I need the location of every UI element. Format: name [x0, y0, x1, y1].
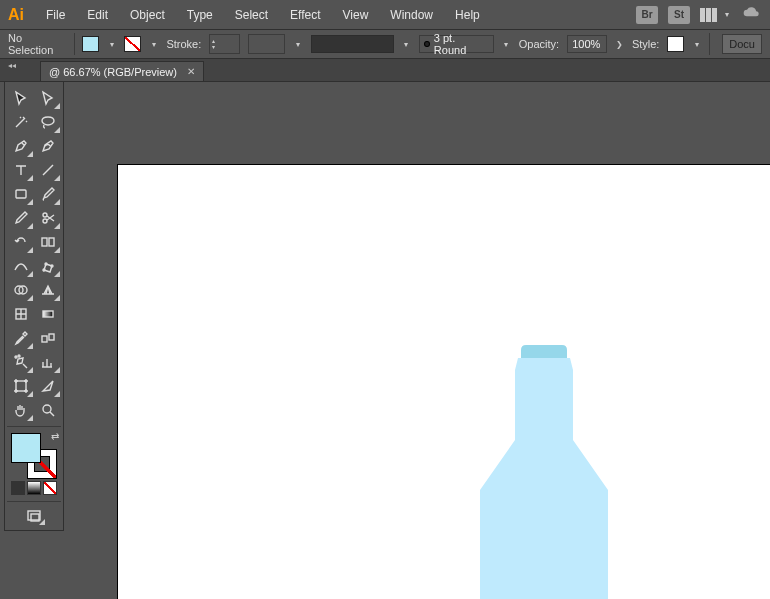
- panel-collapse-icon[interactable]: ◂◂: [8, 61, 16, 70]
- opacity-label: Opacity:: [519, 38, 559, 50]
- tools-panel: ⇄: [4, 82, 64, 531]
- stock-icon[interactable]: St: [668, 6, 690, 24]
- document-tab-title: @ 66.67% (RGB/Preview): [49, 66, 177, 78]
- svg-rect-3: [42, 238, 47, 246]
- fill-swatch[interactable]: [82, 36, 99, 52]
- control-bar: No Selection ▾ ▾ Stroke: ▴▾ ▾ ▾ 3 pt. Ro…: [0, 29, 770, 59]
- artboard[interactable]: [117, 164, 770, 599]
- style-label: Style:: [632, 38, 660, 50]
- svg-rect-13: [49, 334, 54, 340]
- slice-tool[interactable]: [34, 374, 61, 398]
- width-tool[interactable]: [7, 254, 34, 278]
- dot-icon: [424, 41, 430, 47]
- pen-tool[interactable]: [7, 134, 34, 158]
- eyedropper-tool[interactable]: [7, 326, 34, 350]
- variable-width-profile[interactable]: [248, 34, 285, 54]
- vwp-dropdown[interactable]: ▾: [293, 36, 302, 52]
- color-mode-none[interactable]: [43, 481, 57, 495]
- color-mode-gradient[interactable]: [27, 481, 41, 495]
- blend-tool[interactable]: [34, 326, 61, 350]
- svg-rect-11: [43, 311, 53, 317]
- line-segment-tool[interactable]: [34, 158, 61, 182]
- pencil-tool[interactable]: [7, 206, 34, 230]
- fill-stroke-swatches[interactable]: ⇄: [11, 433, 57, 479]
- symbol-sprayer-tool[interactable]: [7, 350, 34, 374]
- menu-view[interactable]: View: [333, 4, 379, 26]
- arrange-documents-button[interactable]: ▾: [700, 7, 732, 23]
- graphic-style-swatch[interactable]: [667, 36, 684, 52]
- perspective-grid-tool[interactable]: [34, 278, 61, 302]
- lasso-tool[interactable]: [34, 110, 61, 134]
- svg-point-14: [15, 356, 17, 358]
- gradient-tool[interactable]: [34, 302, 61, 326]
- opacity-field[interactable]: 100%: [567, 35, 607, 53]
- brush-preset[interactable]: 3 pt. Round: [419, 35, 494, 53]
- hand-tool[interactable]: [7, 398, 34, 422]
- menu-window[interactable]: Window: [380, 4, 443, 26]
- svg-rect-4: [49, 238, 54, 246]
- menu-effect[interactable]: Effect: [280, 4, 330, 26]
- bottle-shape[interactable]: [478, 345, 610, 599]
- bridge-icon[interactable]: Br: [636, 6, 658, 24]
- menu-object[interactable]: Object: [120, 4, 175, 26]
- brush-definition[interactable]: [311, 35, 394, 53]
- stroke-swatch[interactable]: [124, 36, 141, 52]
- svg-rect-16: [16, 381, 26, 391]
- fill-dropdown[interactable]: ▾: [107, 36, 116, 52]
- svg-rect-12: [42, 336, 47, 342]
- app-logo-icon: Ai: [6, 5, 26, 25]
- paintbrush-tool[interactable]: [34, 182, 61, 206]
- opacity-value: 100%: [572, 38, 600, 50]
- selection-status: No Selection: [8, 32, 66, 56]
- curvature-tool[interactable]: [34, 134, 61, 158]
- sync-settings-icon[interactable]: [742, 5, 762, 24]
- menu-edit[interactable]: Edit: [77, 4, 118, 26]
- svg-rect-18: [28, 511, 40, 520]
- color-mode-row: [7, 481, 61, 495]
- menu-help[interactable]: Help: [445, 4, 490, 26]
- work-area: ⇄: [0, 82, 770, 599]
- shape-builder-tool[interactable]: [7, 278, 34, 302]
- chevron-down-icon: ▾: [722, 7, 732, 23]
- brush-preset-label: 3 pt. Round: [434, 32, 489, 56]
- reflect-tool[interactable]: [34, 230, 61, 254]
- stroke-dropdown[interactable]: ▾: [149, 36, 158, 52]
- toolbox-fill-swatch[interactable]: [11, 433, 41, 463]
- artboard-tool[interactable]: [7, 374, 34, 398]
- mesh-tool[interactable]: [7, 302, 34, 326]
- style-dropdown[interactable]: ▾: [692, 36, 701, 52]
- menu-bar: Ai File Edit Object Type Select Effect V…: [0, 0, 770, 29]
- scissors-tool[interactable]: [34, 206, 61, 230]
- svg-point-17: [43, 405, 51, 413]
- selection-tool[interactable]: [7, 86, 34, 110]
- svg-point-15: [18, 355, 20, 357]
- stroke-label: Stroke:: [166, 38, 201, 50]
- menu-select[interactable]: Select: [225, 4, 278, 26]
- svg-rect-0: [16, 190, 26, 198]
- svg-point-2: [43, 219, 47, 223]
- preset-dropdown[interactable]: ▾: [502, 36, 511, 52]
- menu-file[interactable]: File: [36, 4, 75, 26]
- column-graph-tool[interactable]: [34, 350, 61, 374]
- document-setup-button[interactable]: Docu: [722, 34, 762, 54]
- canvas[interactable]: [72, 82, 770, 599]
- menu-type[interactable]: Type: [177, 4, 223, 26]
- opacity-dropdown[interactable]: ❯: [615, 36, 624, 52]
- document-tab[interactable]: @ 66.67% (RGB/Preview) ✕: [40, 61, 204, 81]
- close-tab-icon[interactable]: ✕: [187, 66, 195, 77]
- document-tab-bar: ◂◂ @ 66.67% (RGB/Preview) ✕: [0, 59, 770, 82]
- brush-dropdown[interactable]: ▾: [402, 36, 411, 52]
- color-mode-solid[interactable]: [11, 481, 25, 495]
- free-transform-tool[interactable]: [34, 254, 61, 278]
- svg-point-1: [43, 213, 47, 217]
- direct-selection-tool[interactable]: [34, 86, 61, 110]
- screen-mode-button[interactable]: [22, 506, 46, 526]
- swap-fill-stroke-icon[interactable]: ⇄: [51, 431, 59, 442]
- type-tool[interactable]: [7, 158, 34, 182]
- rectangle-tool[interactable]: [7, 182, 34, 206]
- zoom-tool[interactable]: [34, 398, 61, 422]
- magic-wand-tool[interactable]: [7, 110, 34, 134]
- rotate-tool[interactable]: [7, 230, 34, 254]
- stroke-weight-field[interactable]: ▴▾: [209, 34, 240, 54]
